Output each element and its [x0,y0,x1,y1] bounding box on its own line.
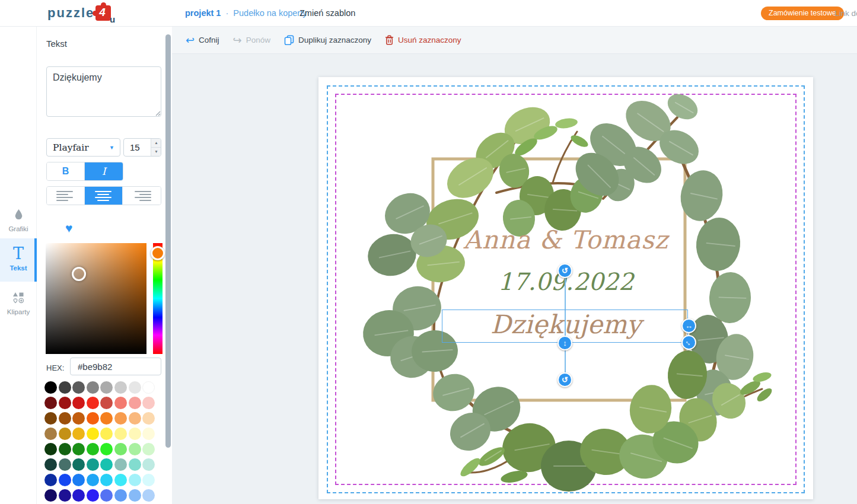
project-name-link[interactable]: projekt 1 [185,8,221,18]
color-swatch[interactable] [114,458,127,471]
color-swatch[interactable] [44,443,57,455]
color-swatch[interactable] [129,489,141,502]
color-swatch[interactable] [87,474,99,486]
color-swatch[interactable] [59,443,71,455]
align-left-button[interactable] [47,187,85,205]
color-swatch[interactable] [59,381,71,394]
color-swatch[interactable] [59,458,71,471]
design-text-names[interactable]: Anna & Tomasz [318,225,813,254]
design-text-thanks[interactable]: Dziękujemy [318,310,813,339]
color-swatch[interactable] [114,489,127,502]
color-swatch[interactable] [142,397,155,409]
color-swatch[interactable] [44,412,57,425]
sidebar-item-grafiki[interactable]: Grafiki [0,208,37,237]
color-swatch[interactable] [59,489,71,502]
color-swatch[interactable] [59,397,71,409]
favorite-color-heart-icon[interactable]: ♥ [65,221,72,235]
color-swatch[interactable] [87,489,99,502]
color-swatch[interactable] [44,381,57,394]
resize-diagonal-handle[interactable]: ↔ [681,335,696,350]
color-swatch[interactable] [100,489,113,502]
bold-button[interactable]: B [47,162,85,180]
color-swatch[interactable] [59,428,71,440]
color-swatch[interactable] [114,428,127,440]
italic-button[interactable]: I [85,162,123,180]
spin-up-button[interactable]: ▲ [151,139,161,148]
link-label[interactable]: Link do [834,9,857,18]
color-swatch[interactable] [100,458,113,471]
color-swatch[interactable] [129,397,141,409]
color-swatch[interactable] [142,489,155,502]
color-swatch[interactable] [72,397,85,409]
resize-vertical-handle[interactable]: ↕ [557,336,572,350]
color-swatch[interactable] [129,443,141,455]
align-center-button[interactable] [85,187,123,205]
color-swatch[interactable] [114,443,127,455]
color-swatch[interactable] [142,443,155,455]
redo-button[interactable]: ↪ Ponów [233,36,270,45]
color-swatch[interactable] [44,397,57,409]
font-size-input[interactable] [124,139,150,156]
color-swatch[interactable] [44,489,57,502]
hue-slider-handle[interactable] [151,246,165,260]
color-swatch[interactable] [142,474,155,486]
color-swatch[interactable] [114,397,127,409]
color-swatch[interactable] [87,381,99,394]
color-swatch[interactable] [114,474,127,486]
sidebar-item-tekst[interactable]: T Tekst [0,238,37,282]
color-swatch[interactable] [87,428,99,440]
hue-slider[interactable] [153,243,163,354]
product-name-link[interactable]: Pudełko na koperty [233,8,307,18]
color-swatch[interactable] [100,397,113,409]
color-swatch[interactable] [100,412,113,425]
hex-color-input[interactable] [70,358,161,375]
spin-down-button[interactable]: ▼ [151,148,161,157]
color-swatch[interactable] [59,412,71,425]
color-swatch[interactable] [114,381,127,394]
resize-horizontal-handle[interactable]: ↔ [681,318,696,333]
color-swatch[interactable] [72,412,85,425]
color-swatch[interactable] [100,428,113,440]
color-swatch[interactable] [100,443,113,455]
color-swatch[interactable] [72,474,85,486]
color-swatch[interactable] [142,428,155,440]
color-swatch[interactable] [87,443,99,455]
color-swatch[interactable] [87,397,99,409]
color-swatch[interactable] [142,458,155,471]
align-right-button[interactable] [123,187,161,205]
color-swatch[interactable] [129,458,141,471]
color-swatch[interactable] [87,458,99,471]
change-template-button[interactable]: Zmień szablon [300,8,355,18]
sidebar-item-kliparty[interactable]: Kliparty [0,291,37,320]
color-swatch[interactable] [129,412,141,425]
color-swatch[interactable] [142,381,155,394]
text-content-input[interactable]: Dziękujemy [46,66,161,117]
test-order-button[interactable]: Zamówienie testowe [761,7,844,20]
undo-button[interactable]: ↩ Cofnij [186,36,219,45]
color-swatch[interactable] [72,458,85,471]
color-swatch[interactable] [72,489,85,502]
color-swatch[interactable] [87,412,99,425]
canvas-area[interactable]: Anna & Tomasz 17.09.2022 Dziękujemy ↺ ↕ … [172,54,857,504]
design-card[interactable]: Anna & Tomasz 17.09.2022 Dziękujemy ↺ ↕ … [318,77,813,499]
app-logo[interactable]: puzzle 4 u [47,4,111,22]
color-swatch[interactable] [59,474,71,486]
color-swatch[interactable] [72,428,85,440]
color-swatch[interactable] [44,458,57,471]
delete-button[interactable]: Usuń zaznaczony [385,35,461,45]
color-swatch[interactable] [114,412,127,425]
saturation-cursor[interactable] [72,267,86,281]
color-swatch[interactable] [72,381,85,394]
rotate-handle-top[interactable]: ↺ [557,263,572,278]
panel-scrollbar[interactable] [165,34,171,448]
color-swatch[interactable] [142,412,155,425]
color-swatch[interactable] [129,428,141,440]
color-swatch[interactable] [100,474,113,486]
font-family-select[interactable]: Playfair ▼ [46,138,120,157]
color-swatch[interactable] [72,443,85,455]
color-swatch[interactable] [100,381,113,394]
color-swatch[interactable] [44,428,57,440]
rotate-handle-bottom[interactable]: ↺ [557,372,572,387]
color-swatch[interactable] [44,474,57,486]
color-swatch[interactable] [129,474,141,486]
